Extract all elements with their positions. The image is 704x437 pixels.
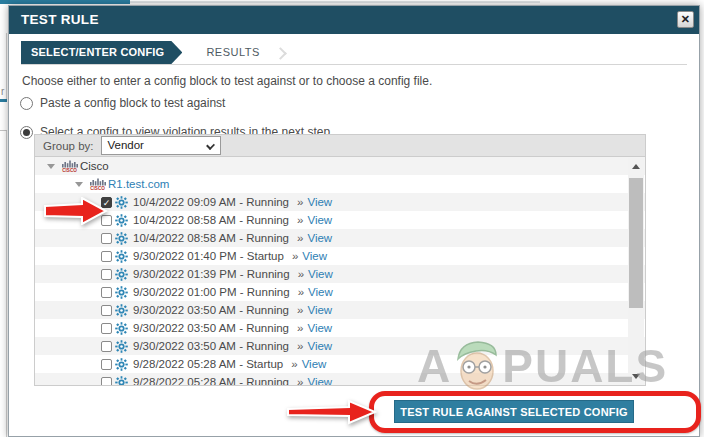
config-label: 10/4/2022 09:09 AM - Running bbox=[133, 193, 289, 211]
dialog-titlebar: TEST RULE ✕ bbox=[9, 6, 699, 34]
option-paste-config[interactable]: Paste a config block to test against bbox=[20, 96, 699, 110]
config-row[interactable]: 9/30/2022 01:40 PM - Startup » View bbox=[35, 247, 645, 265]
background-panel-fragment bbox=[0, 99, 7, 131]
config-checkbox[interactable] bbox=[101, 341, 112, 352]
group-by-select[interactable]: Vendor bbox=[101, 136, 221, 155]
config-checkbox[interactable] bbox=[101, 305, 112, 316]
config-gear-icon bbox=[115, 358, 128, 371]
config-label: 9/28/2022 05:28 AM - Running bbox=[133, 373, 289, 386]
svg-text:CISCO: CISCO bbox=[62, 168, 77, 173]
view-link[interactable]: View bbox=[307, 337, 332, 355]
config-rows: ✓ 10/4/2022 09:0 bbox=[35, 193, 645, 386]
config-row[interactable]: 9/30/2022 03:50 AM - Running » View bbox=[35, 337, 645, 355]
view-separator: » bbox=[297, 319, 303, 337]
instructions-text: Choose either to enter a config block to… bbox=[22, 74, 699, 88]
device-row[interactable]: CISCO R1.test.com bbox=[35, 175, 645, 193]
view-separator: » bbox=[291, 355, 297, 373]
cisco-logo-icon: CISCO bbox=[61, 159, 78, 173]
config-checkbox[interactable] bbox=[101, 359, 112, 370]
view-separator: » bbox=[297, 337, 303, 355]
collapse-arrow-icon[interactable] bbox=[47, 164, 55, 169]
radio-select-config[interactable] bbox=[20, 126, 33, 139]
tab-select-enter-config[interactable]: SELECT/ENTER CONFIG bbox=[21, 41, 182, 64]
config-gear-icon bbox=[115, 286, 128, 299]
config-checkbox[interactable] bbox=[101, 251, 112, 262]
view-link[interactable]: View bbox=[308, 283, 333, 301]
dialog-title: TEST RULE bbox=[21, 12, 99, 27]
config-row[interactable]: 9/30/2022 01:00 PM - Running » View bbox=[35, 283, 645, 301]
view-link[interactable]: View bbox=[302, 247, 327, 265]
background-line-fragment bbox=[130, 1, 540, 3]
view-separator: » bbox=[292, 247, 298, 265]
config-gear-icon bbox=[115, 232, 128, 245]
test-rule-dialog: TEST RULE ✕ SELECT/ENTER CONFIG RESULTS … bbox=[8, 5, 700, 437]
config-row[interactable]: ✓ 10/4/2022 09:0 bbox=[35, 193, 645, 211]
config-row[interactable]: 9/28/2022 05:28 AM - Running » View bbox=[35, 373, 645, 386]
config-checkbox[interactable] bbox=[101, 233, 112, 244]
radio-paste-config-label: Paste a config block to test against bbox=[40, 96, 225, 110]
scrollbar[interactable] bbox=[628, 158, 644, 385]
config-row[interactable]: 9/30/2022 01:39 PM - Running » View bbox=[35, 265, 645, 283]
config-label: 10/4/2022 08:58 AM - Running bbox=[133, 211, 289, 229]
config-row[interactable]: 9/30/2022 03:50 AM - Running » View bbox=[35, 301, 645, 319]
background-text-fragment: r bbox=[1, 86, 4, 97]
tab-results[interactable]: RESULTS bbox=[182, 41, 259, 64]
config-checkbox[interactable] bbox=[101, 269, 112, 280]
config-checkbox[interactable] bbox=[101, 287, 112, 298]
chevron-right-icon bbox=[274, 47, 287, 60]
test-rule-button[interactable]: TEST RULE AGAINST SELECTED CONFIG bbox=[394, 400, 634, 423]
view-link[interactable]: View bbox=[307, 193, 332, 211]
scrollbar-up-icon[interactable] bbox=[632, 164, 640, 169]
view-link[interactable]: View bbox=[307, 211, 332, 229]
config-label: 9/30/2022 01:00 PM - Running bbox=[133, 283, 290, 301]
background-header-fragment bbox=[0, 0, 130, 4]
config-gear-icon bbox=[115, 340, 128, 353]
vendor-label: Cisco bbox=[80, 157, 109, 175]
view-separator: » bbox=[298, 283, 304, 301]
view-link[interactable]: View bbox=[307, 229, 332, 247]
config-row[interactable]: 9/30/2022 03:50 AM - Running » View bbox=[35, 319, 645, 337]
config-gear-icon bbox=[115, 214, 128, 227]
view-separator: » bbox=[297, 373, 303, 386]
scrollbar-thumb[interactable] bbox=[629, 178, 643, 308]
view-separator: » bbox=[297, 211, 303, 229]
radio-paste-config[interactable] bbox=[20, 97, 33, 110]
config-row[interactable]: 10/4/2022 08:58 AM - Running » View bbox=[35, 211, 645, 229]
annotation-arrow-checkbox bbox=[44, 197, 108, 229]
config-label: 9/30/2022 03:50 AM - Running bbox=[133, 319, 289, 337]
view-separator: » bbox=[297, 193, 303, 211]
collapse-arrow-icon[interactable] bbox=[75, 182, 83, 187]
view-link[interactable]: View bbox=[308, 265, 333, 283]
group-by-value: Vendor bbox=[108, 139, 144, 151]
config-gear-icon bbox=[115, 322, 128, 335]
config-label: 9/28/2022 05:28 AM - Startup bbox=[133, 355, 283, 373]
view-link[interactable]: View bbox=[307, 373, 332, 386]
config-label: 9/30/2022 01:39 PM - Running bbox=[133, 265, 290, 283]
vendor-row[interactable]: CISCO Cisco bbox=[35, 157, 645, 175]
wizard-tab-bar: SELECT/ENTER CONFIG RESULTS bbox=[21, 42, 687, 65]
config-label: 9/30/2022 03:50 AM - Running bbox=[133, 337, 289, 355]
config-checkbox[interactable] bbox=[101, 323, 112, 334]
device-link[interactable]: R1.test.com bbox=[108, 175, 169, 193]
screenshot-stage: r TEST RULE ✕ SELECT/ENTER CONFIG RESULT… bbox=[0, 0, 704, 437]
close-icon: ✕ bbox=[681, 13, 691, 25]
background-left-border bbox=[6, 33, 7, 437]
tab-results-label: RESULTS bbox=[206, 46, 259, 58]
view-link[interactable]: View bbox=[307, 319, 332, 337]
config-tree: CISCO Cisco CISCO R1.test.com bbox=[34, 157, 646, 386]
view-link[interactable]: View bbox=[307, 301, 332, 319]
config-checkbox[interactable] bbox=[101, 377, 112, 387]
view-link[interactable]: View bbox=[302, 355, 327, 373]
annotation-arrow-button bbox=[287, 399, 377, 429]
svg-text:CISCO: CISCO bbox=[90, 186, 105, 191]
scrollbar-down-icon[interactable] bbox=[632, 374, 640, 379]
view-separator: » bbox=[297, 301, 303, 319]
cisco-logo-icon: CISCO bbox=[89, 177, 106, 191]
close-button[interactable]: ✕ bbox=[677, 11, 694, 28]
config-label: 10/4/2022 08:58 AM - Running bbox=[133, 229, 289, 247]
chevron-down-icon bbox=[206, 141, 215, 150]
view-separator: » bbox=[297, 229, 303, 247]
config-row[interactable]: 9/28/2022 05:28 AM - Startup » View bbox=[35, 355, 645, 373]
config-gear-icon bbox=[115, 250, 128, 263]
config-row[interactable]: 10/4/2022 08:58 AM - Running » View bbox=[35, 229, 645, 247]
